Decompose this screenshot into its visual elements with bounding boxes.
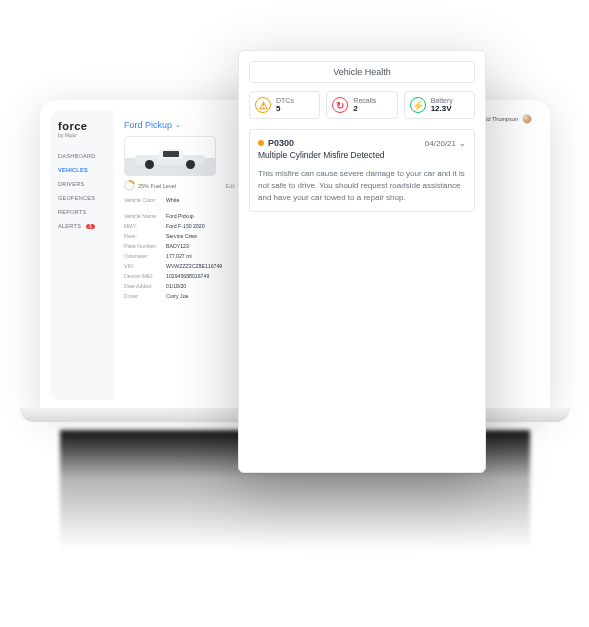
chevron-down-icon: ⌄ xyxy=(459,139,466,148)
spec-row: MMY:Ford F-150 2020 xyxy=(124,221,242,231)
spec-row: Driver:Curry Joe xyxy=(124,291,242,301)
spec-label: Vehicle Name: xyxy=(124,213,166,219)
modal-title: Vehicle Health xyxy=(249,61,475,83)
chevron-down-icon: ⌄ xyxy=(175,121,181,129)
spec-label: Plate Number: xyxy=(124,243,166,249)
fuel-gauge-icon xyxy=(124,180,135,191)
spec-value: 102945688016749 xyxy=(166,273,209,279)
spec-row: Odometer:177,027 mi xyxy=(124,251,242,261)
dtc-date-text: 04/20/21 xyxy=(425,139,456,148)
battery-icon: ⚡ xyxy=(410,97,426,113)
spec-row: VIN:WVWZZZ3CZ8E116749 xyxy=(124,261,242,271)
dtc-code: P0300 xyxy=(268,138,294,148)
dtc-icon: ⚠ xyxy=(255,97,271,113)
brand-name: force xyxy=(58,120,106,132)
spec-value: Service Crew xyxy=(166,233,197,239)
brand: force by Mojio xyxy=(58,120,106,138)
spec-value: 01/18/20 xyxy=(166,283,186,289)
health-stat-row: ⚠ DTCs 5 ↻ Recalls 2 ⚡ Battery 12.3V xyxy=(249,91,475,119)
dtc-head: P0300 04/20/21 ⌄ xyxy=(258,138,466,148)
sidebar: force by Mojio DASHBOARD VEHICLES DRIVER… xyxy=(50,110,114,400)
status-dot-icon xyxy=(258,140,264,146)
spec-row: Plate Number:BADY123 xyxy=(124,241,242,251)
spec-row: Vehicle Name:Ford Pickup xyxy=(124,211,242,221)
stat-value: 5 xyxy=(276,105,294,114)
spec-label: Date Added: xyxy=(124,283,166,289)
fuel-label: 25% Fuel Level xyxy=(138,183,176,189)
vehicle-title-text: Ford Pickup xyxy=(124,120,172,130)
stat-battery[interactable]: ⚡ Battery 12.3V xyxy=(404,91,475,119)
spec-value: WVWZZZ3CZ8E116749 xyxy=(166,263,222,269)
recall-icon: ↻ xyxy=(332,97,348,113)
spec-label: Odometer: xyxy=(124,253,166,259)
dtc-body: This misfire can cause severe damage to … xyxy=(258,168,466,203)
spec-row-color: Vehicle Color: White xyxy=(124,195,242,205)
spec-value: 177,027 mi xyxy=(166,253,192,259)
stat-recalls[interactable]: ↻ Recalls 2 xyxy=(326,91,397,119)
truck-illustration xyxy=(135,147,205,169)
vehicle-health-modal: Vehicle Health ⚠ DTCs 5 ↻ Recalls 2 ⚡ Ba… xyxy=(238,50,486,473)
sidebar-item-drivers[interactable]: DRIVERS xyxy=(58,178,106,190)
avatar[interactable] xyxy=(522,114,532,124)
spec-label: MMY: xyxy=(124,223,166,229)
topbar: Todd Thompson xyxy=(479,114,532,124)
vehicle-selector[interactable]: Ford Pickup ⌄ xyxy=(124,120,242,130)
sidebar-item-alerts[interactable]: ALERTS 3 xyxy=(58,220,106,232)
fuel-row: 25% Fuel Level Edit ✎ xyxy=(124,180,242,191)
spec-value: Ford Pickup xyxy=(166,213,194,219)
vehicle-image xyxy=(124,136,216,176)
spec-label: Device IMEI: xyxy=(124,273,166,279)
spec-label: Driver: xyxy=(124,293,166,299)
brand-byline: by Mojio xyxy=(58,132,106,138)
dtc-card[interactable]: P0300 04/20/21 ⌄ Multiple Cylinder Misfi… xyxy=(249,129,475,212)
sidebar-item-geofences[interactable]: GEOFENCES xyxy=(58,192,106,204)
spec-label: Fleet: xyxy=(124,233,166,239)
spec-value: Curry Joe xyxy=(166,293,189,299)
stat-value: 12.3V xyxy=(431,105,453,114)
sidebar-item-dashboard[interactable]: DASHBOARD xyxy=(58,150,106,162)
sidebar-item-vehicles[interactable]: VEHICLES xyxy=(58,164,106,176)
stat-value: 2 xyxy=(353,105,376,114)
sidebar-item-reports[interactable]: REPORTS xyxy=(58,206,106,218)
dtc-date[interactable]: 04/20/21 ⌄ xyxy=(425,139,466,148)
spec-row: Fleet:Service Crew xyxy=(124,231,242,241)
vehicle-detail-column: Ford Pickup ⌄ 25% Fuel Level xyxy=(124,120,242,400)
spec-value: Ford F-150 2020 xyxy=(166,223,205,229)
spec-value: White xyxy=(166,197,179,203)
alerts-badge: 3 xyxy=(86,224,95,229)
spec-label: VIN: xyxy=(124,263,166,269)
sidebar-item-label: ALERTS xyxy=(58,223,81,229)
edit-label: Edit xyxy=(226,183,235,189)
spec-row: Date Added:01/18/20 xyxy=(124,281,242,291)
dtc-title: Multiple Cylinder Misfire Detected xyxy=(258,150,466,160)
spec-label: Vehicle Color: xyxy=(124,197,166,203)
spec-row: Device IMEI:102945688016749 xyxy=(124,271,242,281)
spec-value: BADY123 xyxy=(166,243,189,249)
stat-dtcs[interactable]: ⚠ DTCs 5 xyxy=(249,91,320,119)
